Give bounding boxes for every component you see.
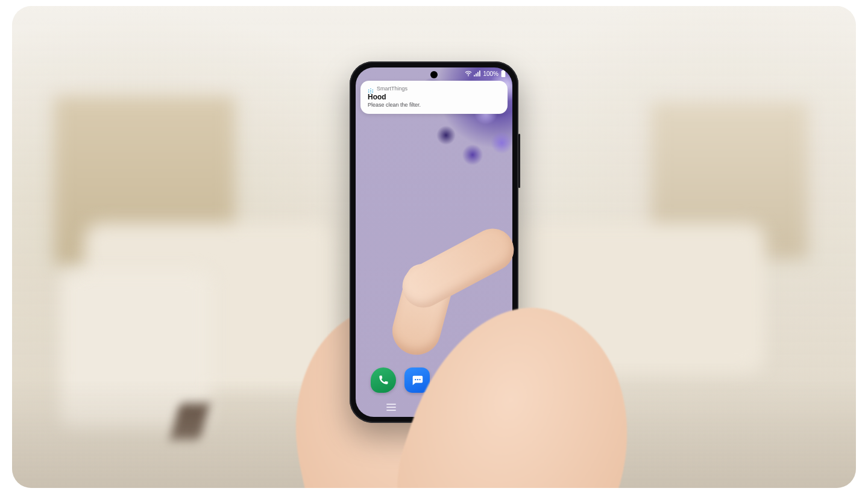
signal-icon — [474, 70, 481, 77]
svg-rect-1 — [474, 75, 475, 76]
svg-rect-4 — [479, 70, 480, 77]
svg-rect-6 — [502, 70, 506, 77]
notification-app-row: SmartThings — [368, 86, 500, 92]
svg-point-9 — [373, 90, 374, 91]
svg-rect-5 — [503, 70, 505, 70]
notification-card[interactable]: SmartThings Hood Please clean the filter… — [360, 81, 508, 114]
lifestyle-scene: 100% SmartThings — [12, 6, 856, 488]
status-bar: 100% — [465, 70, 506, 77]
nav-recents-button[interactable] — [385, 402, 398, 412]
wifi-icon — [465, 70, 472, 77]
svg-point-13 — [368, 90, 370, 91]
svg-point-8 — [370, 89, 371, 90]
battery-icon — [500, 70, 506, 77]
svg-point-7 — [370, 90, 371, 92]
svg-rect-3 — [477, 72, 479, 77]
notification-app-name: SmartThings — [377, 86, 407, 92]
punch-hole-camera — [430, 71, 438, 78]
battery-text: 100% — [483, 70, 498, 77]
svg-point-14 — [415, 379, 416, 380]
app-phone[interactable] — [371, 367, 396, 393]
svg-point-16 — [419, 379, 420, 380]
notification-title: Hood — [368, 93, 500, 101]
svg-point-15 — [417, 379, 418, 380]
svg-rect-2 — [476, 73, 477, 77]
svg-point-0 — [468, 75, 469, 76]
smartthings-icon — [368, 86, 374, 92]
notification-body: Please clean the filter. — [368, 102, 500, 108]
